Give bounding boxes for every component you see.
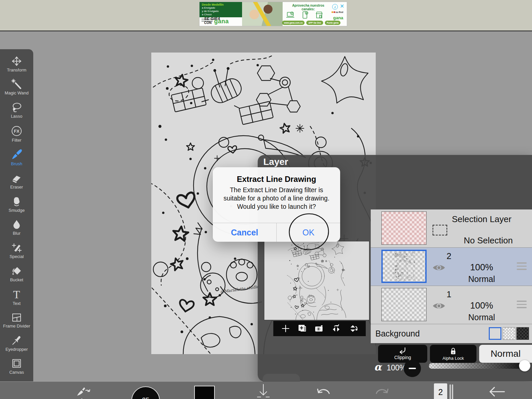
tool-palette: Transform Magic Wand Lasso FX Filter Bru…	[0, 49, 33, 381]
tool-frame-divider[interactable]: Frame Divider	[0, 313, 33, 329]
background-label: Background	[375, 329, 420, 338]
clipping-button[interactable]: Clipping	[378, 345, 427, 363]
layers-stack-icon	[449, 384, 453, 399]
camera-icon[interactable]	[315, 324, 324, 333]
eyedropper-icon	[11, 335, 22, 346]
filter-icon: FX	[11, 125, 22, 137]
layer-actions-bar	[273, 321, 366, 336]
store-icon	[315, 11, 323, 19]
ad-card[interactable]: Desde Medellín a Envigado y de Envigado …	[200, 2, 347, 26]
tool-bucket[interactable]: Bucket	[0, 266, 33, 282]
cancel-button[interactable]: Cancel	[213, 223, 276, 242]
flip-horizontal-icon[interactable]	[332, 324, 341, 333]
flip-vertical-icon[interactable]	[348, 324, 358, 333]
laptop-icon	[286, 11, 295, 19]
frame-divider-icon	[11, 313, 22, 323]
svg-text:T: T	[13, 289, 20, 300]
layer-name: 1	[447, 289, 451, 300]
layer-name: 2	[447, 251, 451, 261]
back-icon[interactable]	[488, 385, 505, 398]
brush-eraser-toggle-icon[interactable]	[76, 386, 94, 399]
current-color-swatch[interactable]	[194, 386, 215, 399]
ad-channels-title: Aprovecha nuestroscanales:	[283, 4, 333, 11]
selection-layer-name: Selection Layer	[434, 214, 529, 224]
layer-2-thumbnail[interactable]	[381, 250, 427, 283]
layer-canvas-preview	[264, 241, 369, 320]
layer-window-title: Layer	[263, 157, 288, 167]
tool-canvas[interactable]: Canvas	[0, 358, 33, 375]
dialog-body: The Extract Line Drawing filter is suita…	[215, 186, 337, 211]
background-color-swatch-solid[interactable]	[489, 327, 501, 340]
ad-button-punto[interactable]: Punto gana	[325, 21, 340, 25]
tool-special[interactable]: Special	[0, 242, 33, 259]
alpha-value: 100%	[387, 363, 406, 372]
background-color-swatch-dark[interactable]	[516, 327, 529, 340]
tool-blur[interactable]: Blur	[0, 219, 33, 236]
selection-layer-status: No Selection	[447, 235, 529, 246]
duplicate-layer-icon[interactable]	[298, 324, 307, 333]
tool-filter[interactable]: FX Filter	[0, 125, 33, 143]
tool-lasso[interactable]: Lasso	[0, 102, 33, 119]
alpha-minus-button[interactable]	[404, 360, 421, 377]
brush-size-indicator[interactable]: 25	[131, 386, 160, 399]
tool-eraser[interactable]: Eraser	[0, 173, 33, 190]
svg-text:FX: FX	[14, 129, 20, 134]
tool-text[interactable]: T Text	[0, 289, 33, 306]
ad-tagline: CON	[204, 21, 211, 25]
clipping-icon	[398, 347, 407, 354]
alpha-symbol: α	[374, 361, 382, 373]
background-color-swatch-transparent[interactable]	[503, 327, 515, 340]
ad-close-icon[interactable]: ✕	[340, 3, 344, 9]
text-icon: T	[11, 289, 22, 300]
tool-magic-wand[interactable]: Magic Wand	[0, 79, 33, 95]
selection-layer-row[interactable]: Selection Layer No Selection	[371, 209, 532, 248]
minus-icon	[409, 368, 416, 369]
layer-opacity: 100%	[434, 301, 529, 311]
ad-brand-logo: gana	[214, 18, 229, 25]
layer-list: Selection Layer No Selection 2 100% Norm…	[371, 209, 532, 343]
bucket-icon	[11, 266, 22, 276]
canvas-icon	[11, 358, 22, 369]
ad-channel-icons	[286, 11, 323, 19]
ad-banner[interactable]: Desde Medellín a Envigado y de Envigado …	[0, 0, 532, 31]
drag-handle-icon[interactable]	[517, 301, 527, 310]
alpha-slider[interactable]	[429, 363, 525, 369]
layers-button[interactable]: 2	[434, 383, 447, 399]
transform-icon	[11, 56, 22, 66]
tool-transform[interactable]: Transform	[0, 56, 33, 72]
selection-layer-thumbnail[interactable]	[381, 211, 427, 245]
background-row[interactable]: Background	[371, 324, 532, 343]
svg-text:α: α	[452, 350, 455, 354]
layer-row-1[interactable]: 1 100% Normal	[371, 286, 532, 324]
undo-icon[interactable]	[315, 387, 331, 399]
ad-buttons[interactable]: www.gana.com.co APP Ga One Punto gana	[282, 21, 340, 25]
tool-brush[interactable]: Brush	[0, 149, 33, 166]
tool-eyedropper[interactable]: Eyedropper	[0, 335, 33, 352]
blur-icon	[11, 219, 22, 230]
layer-opacity: 100%	[434, 262, 529, 273]
smudge-icon	[11, 196, 22, 207]
alpha-lock-button[interactable]: α Alpha Lock	[430, 345, 476, 363]
redo-icon[interactable]	[374, 387, 390, 399]
alpha-slider-knob[interactable]	[519, 360, 530, 371]
layer-blend-mode: Normal	[434, 313, 529, 322]
add-layer-icon[interactable]	[281, 324, 290, 333]
special-icon	[11, 242, 22, 253]
layer-blend-mode: Normal	[434, 274, 529, 284]
phone-icon	[301, 11, 309, 19]
layer-row-2[interactable]: 2 100% Normal	[371, 248, 532, 286]
layer-1-thumbnail[interactable]	[381, 288, 427, 321]
tool-smudge[interactable]: Smudge	[0, 196, 33, 213]
dialog-title: Extract Line Drawing	[213, 175, 340, 184]
ad-partner-logo: su Red	[332, 11, 343, 13]
collapse-down-icon[interactable]	[257, 384, 270, 399]
ad-info-icon[interactable]: i	[332, 4, 338, 10]
drag-handle-icon[interactable]	[517, 262, 527, 272]
ad-button-web[interactable]: www.gana.com.co	[282, 21, 305, 25]
alpha-lock-icon: α	[449, 347, 458, 355]
ad-button-app[interactable]: APP Ga One	[306, 21, 323, 25]
selection-marquee-icon	[433, 225, 447, 235]
ad-photo	[242, 2, 283, 26]
ok-annotation-circle	[288, 213, 331, 252]
eraser-icon	[11, 173, 22, 184]
